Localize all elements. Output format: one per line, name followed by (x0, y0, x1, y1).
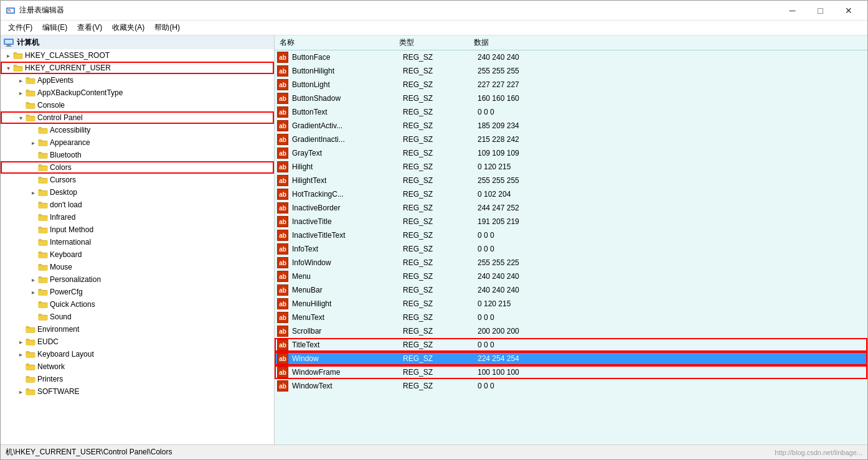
tree-item-appx[interactable]: ▸ AppXBackupContentType (1, 87, 274, 99)
folder-icon-hkcu (13, 63, 23, 72)
menu-item[interactable]: 查看(V) (72, 21, 107, 34)
expand-btn-personalization[interactable]: ▸ (28, 275, 38, 284)
tree-item-colors[interactable]: Colors (1, 161, 274, 174)
tree-item-personalization[interactable]: ▸ Personalization (1, 273, 274, 286)
reg-data: 160 160 160 (478, 94, 867, 103)
expand-btn-appevents[interactable]: ▸ (16, 75, 26, 85)
tree-item-keyboard[interactable]: Keyboard (1, 248, 274, 261)
registry-row[interactable]: abButtonHilightREG_SZ255 255 255 (275, 64, 867, 78)
tree-item-cursors[interactable]: Cursors (1, 174, 274, 186)
registry-row[interactable]: abButtonFaceREG_SZ240 240 240 (275, 50, 867, 64)
reg-type: REG_SZ (403, 299, 478, 308)
tree-item-accessibility[interactable]: Accessibility (1, 124, 274, 136)
tree-item-quickactions[interactable]: Quick Actions (1, 298, 274, 311)
tree-item-bluetooth[interactable]: Bluetooth (1, 149, 274, 161)
registry-row[interactable]: abTitleTextREG_SZ0 0 0 (275, 338, 867, 352)
computer-root[interactable]: 计算机 (1, 35, 274, 49)
expand-btn-printers[interactable] (16, 374, 26, 384)
expand-btn-software[interactable]: ▸ (16, 387, 26, 397)
tree-item-appevents[interactable]: ▸ AppEvents (1, 74, 274, 87)
expand-btn-keyboardlayout[interactable]: ▸ (16, 349, 26, 359)
registry-row[interactable]: abInactiveTitleREG_SZ191 205 219 (275, 215, 867, 228)
menu-item[interactable]: 编辑(E) (37, 21, 72, 34)
expand-btn-console[interactable] (16, 100, 26, 110)
registry-row[interactable]: abMenuHilightREG_SZ0 120 215 (275, 297, 867, 311)
reg-type-icon: ab (277, 298, 288, 309)
expand-btn-appearance[interactable]: ▸ (28, 138, 38, 148)
registry-row[interactable]: abHotTrackingC...REG_SZ0 102 204 (275, 187, 867, 201)
expand-btn-network[interactable] (16, 362, 26, 372)
expand-btn-mouse[interactable] (28, 262, 38, 272)
menu-item[interactable]: 文件(F) (3, 21, 37, 34)
registry-row[interactable]: abWindowREG_SZ224 254 254 (275, 352, 867, 365)
tree-item-hkcu[interactable]: ▾ HKEY_CURRENT_USER (1, 62, 274, 74)
expand-btn-controlpanel[interactable]: ▾ (16, 113, 26, 123)
registry-row[interactable]: abHilightREG_SZ0 120 215 (275, 160, 867, 174)
registry-row[interactable]: abMenuTextREG_SZ0 0 0 (275, 311, 867, 324)
registry-row[interactable]: abMenuREG_SZ240 240 240 (275, 270, 867, 283)
registry-row[interactable]: abButtonShadowREG_SZ160 160 160 (275, 92, 867, 105)
tree-item-software[interactable]: ▸ SOFTWARE (1, 385, 274, 398)
tree-item-dontload[interactable]: don't load (1, 199, 274, 211)
reg-type: REG_SZ (403, 204, 478, 212)
expand-btn-desktop[interactable]: ▸ (28, 187, 38, 197)
registry-row[interactable]: abGrayTextREG_SZ109 109 109 (275, 146, 867, 160)
expand-btn-quickactions[interactable] (28, 299, 38, 309)
tree-item-appearance[interactable]: ▸ Appearance (1, 136, 274, 149)
close-button[interactable]: ✕ (834, 1, 862, 21)
tree-item-eudc[interactable]: ▸ EUDC (1, 336, 274, 348)
tree-item-keyboardlayout[interactable]: ▸ Keyboard Layout (1, 348, 274, 360)
tree-item-network[interactable]: Network (1, 360, 274, 373)
registry-row[interactable]: abInfoTextREG_SZ0 0 0 (275, 242, 867, 256)
expand-btn-colors[interactable] (28, 162, 38, 172)
expand-btn-environment[interactable] (16, 324, 26, 334)
expand-btn-inputmethod[interactable] (28, 225, 38, 235)
expand-btn-sound[interactable] (28, 312, 38, 322)
expand-btn-powercfg[interactable]: ▸ (28, 287, 38, 297)
expand-btn-infrared[interactable] (28, 212, 38, 222)
tree-item-desktop[interactable]: ▸ Desktop (1, 186, 274, 199)
registry-row[interactable]: abButtonLightREG_SZ227 227 227 (275, 78, 867, 92)
minimize-button[interactable]: ─ (778, 1, 806, 21)
registry-row[interactable]: abGradientInacti...REG_SZ215 228 242 (275, 133, 867, 146)
expand-btn-hkcu[interactable]: ▾ (3, 63, 13, 73)
tree-item-console[interactable]: Console (1, 99, 274, 111)
tree-item-powercfg[interactable]: ▸ PowerCfg (1, 286, 274, 298)
expand-btn-hkcr[interactable]: ▸ (3, 50, 13, 60)
tree-item-infrared[interactable]: Infrared (1, 211, 274, 223)
menu-item[interactable]: 帮助(H) (149, 21, 185, 34)
tree-item-environment[interactable]: Environment (1, 323, 274, 336)
expand-btn-eudc[interactable]: ▸ (16, 337, 26, 347)
tree-item-printers[interactable]: Printers (1, 373, 274, 385)
registry-row[interactable]: abMenuBarREG_SZ240 240 240 (275, 283, 867, 297)
registry-row[interactable]: abWindowFrameREG_SZ100 100 100 (275, 365, 867, 379)
registry-row[interactable]: abGradientActiv...REG_SZ185 209 234 (275, 119, 867, 133)
expand-btn-dontload[interactable] (28, 200, 38, 210)
expand-btn-bluetooth[interactable] (28, 150, 38, 160)
reg-type: REG_SZ (403, 354, 478, 363)
tree-item-inputmethod[interactable]: Input Method (1, 223, 274, 236)
registry-row[interactable]: abButtonTextREG_SZ0 0 0 (275, 105, 867, 119)
tree-item-international[interactable]: International (1, 236, 274, 248)
tree-item-sound[interactable]: Sound (1, 311, 274, 323)
main-content: 计算机 ▸ HKEY_CLASSES_ROOT▾ HKEY_CURRENT_US… (1, 35, 867, 444)
registry-row[interactable]: abInfoWindowREG_SZ255 255 225 (275, 256, 867, 270)
expand-btn-cursors[interactable] (28, 175, 38, 185)
registry-pane[interactable]: 名称 类型 数据 abButtonFaceREG_SZ240 240 240ab… (275, 35, 867, 444)
maximize-button[interactable]: □ (806, 1, 834, 21)
menu-item[interactable]: 收藏夹(A) (107, 21, 149, 34)
registry-row[interactable]: abWindowTextREG_SZ0 0 0 (275, 379, 867, 393)
expand-btn-international[interactable] (28, 237, 38, 247)
tree-item-controlpanel[interactable]: ▾ Control Panel (1, 111, 274, 124)
tree-pane[interactable]: 计算机 ▸ HKEY_CLASSES_ROOT▾ HKEY_CURRENT_US… (1, 35, 275, 444)
expand-btn-accessibility[interactable] (28, 125, 38, 135)
tree-item-hkcr[interactable]: ▸ HKEY_CLASSES_ROOT (1, 49, 274, 62)
registry-row[interactable]: abInactiveTitleTextREG_SZ0 0 0 (275, 228, 867, 242)
expand-btn-keyboard[interactable] (28, 250, 38, 260)
expand-btn-appx[interactable]: ▸ (16, 88, 26, 98)
tree-item-mouse[interactable]: Mouse (1, 261, 274, 273)
registry-row[interactable]: abInactiveBorderREG_SZ244 247 252 (275, 201, 867, 215)
registry-row[interactable]: abScrollbarREG_SZ200 200 200 (275, 324, 867, 338)
folder-icon-cursors (38, 176, 48, 184)
registry-row[interactable]: abHilightTextREG_SZ255 255 255 (275, 174, 867, 187)
